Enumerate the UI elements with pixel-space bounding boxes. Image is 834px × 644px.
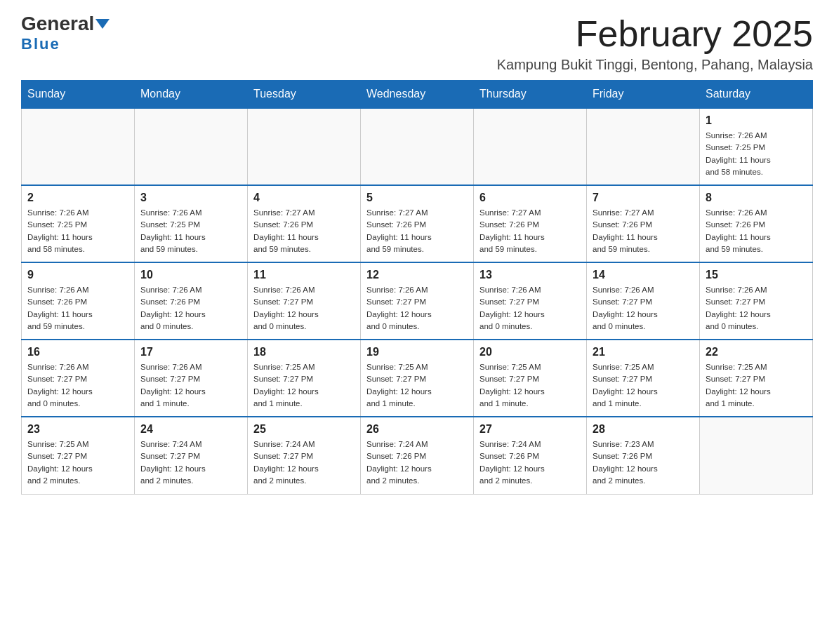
calendar-table: SundayMondayTuesdayWednesdayThursdayFrid… [21,80,813,495]
calendar-cell: 12Sunrise: 7:26 AM Sunset: 7:27 PM Dayli… [361,262,474,340]
day-info: Sunrise: 7:26 AM Sunset: 7:26 PM Dayligh… [140,284,241,333]
day-info: Sunrise: 7:25 AM Sunset: 7:27 PM Dayligh… [253,361,355,410]
day-of-week-header: Friday [587,81,700,109]
calendar-cell: 25Sunrise: 7:24 AM Sunset: 7:27 PM Dayli… [248,417,361,494]
day-info: Sunrise: 7:25 AM Sunset: 7:27 PM Dayligh… [366,361,468,410]
day-of-week-header: Thursday [474,81,587,109]
day-number: 8 [706,192,807,204]
calendar-cell [361,108,474,185]
calendar-cell: 7Sunrise: 7:27 AM Sunset: 7:26 PM Daylig… [587,185,700,262]
calendar-cell: 14Sunrise: 7:26 AM Sunset: 7:27 PM Dayli… [587,262,700,340]
month-title: February 2025 [497,14,813,54]
day-number: 15 [706,269,807,281]
calendar-week-row: 1Sunrise: 7:26 AM Sunset: 7:25 PM Daylig… [22,108,813,185]
calendar-cell: 10Sunrise: 7:26 AM Sunset: 7:26 PM Dayli… [135,262,248,340]
day-number: 5 [366,192,468,204]
calendar-cell: 17Sunrise: 7:26 AM Sunset: 7:27 PM Dayli… [135,340,248,417]
day-info: Sunrise: 7:24 AM Sunset: 7:26 PM Dayligh… [479,438,581,487]
day-info: Sunrise: 7:27 AM Sunset: 7:26 PM Dayligh… [366,207,468,255]
day-number: 19 [366,346,468,358]
calendar-cell: 15Sunrise: 7:26 AM Sunset: 7:27 PM Dayli… [700,262,813,340]
day-number: 20 [479,346,581,358]
calendar-cell: 13Sunrise: 7:26 AM Sunset: 7:27 PM Dayli… [474,262,587,340]
day-number: 13 [479,269,581,281]
day-info: Sunrise: 7:27 AM Sunset: 7:26 PM Dayligh… [593,207,694,255]
calendar-cell: 20Sunrise: 7:25 AM Sunset: 7:27 PM Dayli… [474,340,587,417]
logo-general-text: General [21,14,94,34]
calendar-cell: 27Sunrise: 7:24 AM Sunset: 7:26 PM Dayli… [474,417,587,494]
calendar-week-row: 16Sunrise: 7:26 AM Sunset: 7:27 PM Dayli… [22,340,813,417]
day-of-week-header: Monday [135,81,248,109]
day-info: Sunrise: 7:25 AM Sunset: 7:27 PM Dayligh… [479,361,581,410]
day-info: Sunrise: 7:24 AM Sunset: 7:26 PM Dayligh… [366,438,468,487]
calendar-cell: 22Sunrise: 7:25 AM Sunset: 7:27 PM Dayli… [700,340,813,417]
day-of-week-header: Saturday [700,81,813,109]
day-number: 22 [706,346,807,358]
day-number: 10 [140,269,241,281]
day-number: 2 [27,192,128,204]
calendar-cell: 8Sunrise: 7:26 AM Sunset: 7:26 PM Daylig… [700,185,813,262]
day-number: 18 [253,346,355,358]
calendar-cell [700,417,813,494]
calendar-cell: 23Sunrise: 7:25 AM Sunset: 7:27 PM Dayli… [22,417,135,494]
day-number: 12 [366,269,468,281]
day-info: Sunrise: 7:26 AM Sunset: 7:27 PM Dayligh… [140,361,241,410]
day-info: Sunrise: 7:26 AM Sunset: 7:27 PM Dayligh… [366,284,468,333]
day-of-week-header: Wednesday [361,81,474,109]
calendar-cell: 1Sunrise: 7:26 AM Sunset: 7:25 PM Daylig… [700,108,813,185]
day-number: 27 [479,423,581,436]
calendar-cell: 21Sunrise: 7:25 AM Sunset: 7:27 PM Dayli… [587,340,700,417]
calendar-cell: 28Sunrise: 7:23 AM Sunset: 7:26 PM Dayli… [587,417,700,494]
day-number: 3 [140,192,241,204]
calendar-cell [587,108,700,185]
day-info: Sunrise: 7:26 AM Sunset: 7:27 PM Dayligh… [253,284,355,333]
calendar-week-row: 9Sunrise: 7:26 AM Sunset: 7:26 PM Daylig… [22,262,813,340]
day-of-week-header: Sunday [22,81,135,109]
calendar-cell: 2Sunrise: 7:26 AM Sunset: 7:25 PM Daylig… [22,185,135,262]
calendar-cell [248,108,361,185]
calendar-cell: 6Sunrise: 7:27 AM Sunset: 7:26 PM Daylig… [474,185,587,262]
calendar-week-row: 2Sunrise: 7:26 AM Sunset: 7:25 PM Daylig… [22,185,813,262]
day-info: Sunrise: 7:26 AM Sunset: 7:27 PM Dayligh… [593,284,694,333]
day-info: Sunrise: 7:25 AM Sunset: 7:27 PM Dayligh… [27,438,128,487]
logo: General Blue [21,14,110,53]
day-of-week-header: Tuesday [248,81,361,109]
day-number: 7 [593,192,694,204]
day-number: 26 [366,423,468,436]
day-info: Sunrise: 7:27 AM Sunset: 7:26 PM Dayligh… [253,207,355,255]
calendar-cell: 16Sunrise: 7:26 AM Sunset: 7:27 PM Dayli… [22,340,135,417]
day-number: 21 [593,346,694,358]
day-info: Sunrise: 7:26 AM Sunset: 7:26 PM Dayligh… [27,284,128,333]
calendar-cell: 4Sunrise: 7:27 AM Sunset: 7:26 PM Daylig… [248,185,361,262]
day-info: Sunrise: 7:25 AM Sunset: 7:27 PM Dayligh… [593,361,694,410]
calendar-cell: 24Sunrise: 7:24 AM Sunset: 7:27 PM Dayli… [135,417,248,494]
calendar-cell: 18Sunrise: 7:25 AM Sunset: 7:27 PM Dayli… [248,340,361,417]
day-number: 9 [27,269,128,281]
calendar-cell: 19Sunrise: 7:25 AM Sunset: 7:27 PM Dayli… [361,340,474,417]
day-info: Sunrise: 7:26 AM Sunset: 7:27 PM Dayligh… [706,284,807,333]
day-info: Sunrise: 7:23 AM Sunset: 7:26 PM Dayligh… [593,438,694,487]
day-number: 4 [253,192,355,204]
calendar-cell [135,108,248,185]
location-title: Kampung Bukit Tinggi, Bentong, Pahang, M… [497,57,813,73]
day-number: 1 [706,114,807,127]
calendar-cell: 3Sunrise: 7:26 AM Sunset: 7:25 PM Daylig… [135,185,248,262]
day-info: Sunrise: 7:26 AM Sunset: 7:27 PM Dayligh… [479,284,581,333]
day-info: Sunrise: 7:27 AM Sunset: 7:26 PM Dayligh… [479,207,581,255]
day-info: Sunrise: 7:25 AM Sunset: 7:27 PM Dayligh… [706,361,807,410]
logo-blue-text: Blue [21,35,60,53]
day-info: Sunrise: 7:26 AM Sunset: 7:25 PM Dayligh… [140,207,241,255]
day-number: 25 [253,423,355,436]
day-info: Sunrise: 7:26 AM Sunset: 7:26 PM Dayligh… [706,207,807,255]
page-header: General Blue February 2025 Kampung Bukit… [21,14,813,73]
calendar-cell [22,108,135,185]
calendar-cell: 11Sunrise: 7:26 AM Sunset: 7:27 PM Dayli… [248,262,361,340]
day-info: Sunrise: 7:26 AM Sunset: 7:25 PM Dayligh… [27,207,128,255]
day-info: Sunrise: 7:24 AM Sunset: 7:27 PM Dayligh… [140,438,241,487]
calendar-week-row: 23Sunrise: 7:25 AM Sunset: 7:27 PM Dayli… [22,417,813,494]
calendar-cell: 5Sunrise: 7:27 AM Sunset: 7:26 PM Daylig… [361,185,474,262]
day-info: Sunrise: 7:24 AM Sunset: 7:27 PM Dayligh… [253,438,355,487]
calendar-cell: 26Sunrise: 7:24 AM Sunset: 7:26 PM Dayli… [361,417,474,494]
day-number: 17 [140,346,241,358]
day-number: 14 [593,269,694,281]
